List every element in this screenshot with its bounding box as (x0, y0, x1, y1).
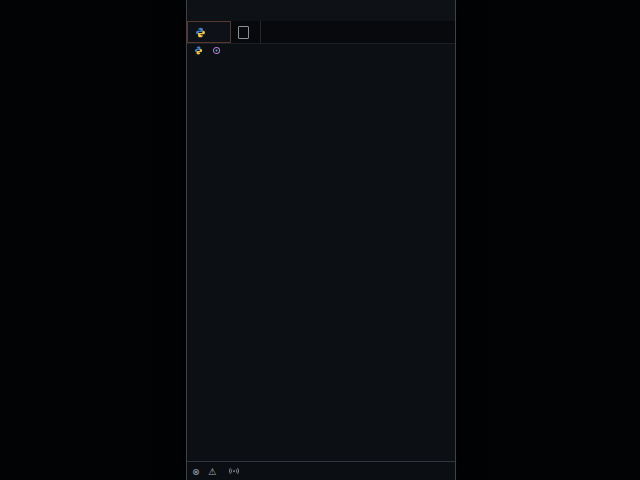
code-editor[interactable] (187, 57, 455, 461)
tab-release-notes[interactable] (231, 21, 261, 43)
error-icon: ⊗ (192, 466, 200, 477)
broadcast-icon (229, 466, 239, 476)
breadcrumb (187, 44, 455, 57)
function-icon (212, 46, 221, 55)
file-icon (238, 26, 249, 39)
tab-bar (187, 21, 455, 44)
vscode-window: ⊗ ⚠ (186, 0, 456, 480)
broadcast-indicator[interactable] (229, 466, 241, 476)
python-icon (195, 27, 206, 38)
warning-icon: ⚠ (208, 466, 217, 477)
python-icon (194, 46, 203, 55)
menu-bar (187, 0, 455, 21)
status-bar: ⊗ ⚠ (187, 461, 455, 480)
problems-indicator[interactable]: ⊗ ⚠ (192, 466, 219, 477)
tab-py-spiralturtle[interactable] (187, 21, 231, 43)
screenshot-stage: ⊗ ⚠ (0, 0, 640, 480)
